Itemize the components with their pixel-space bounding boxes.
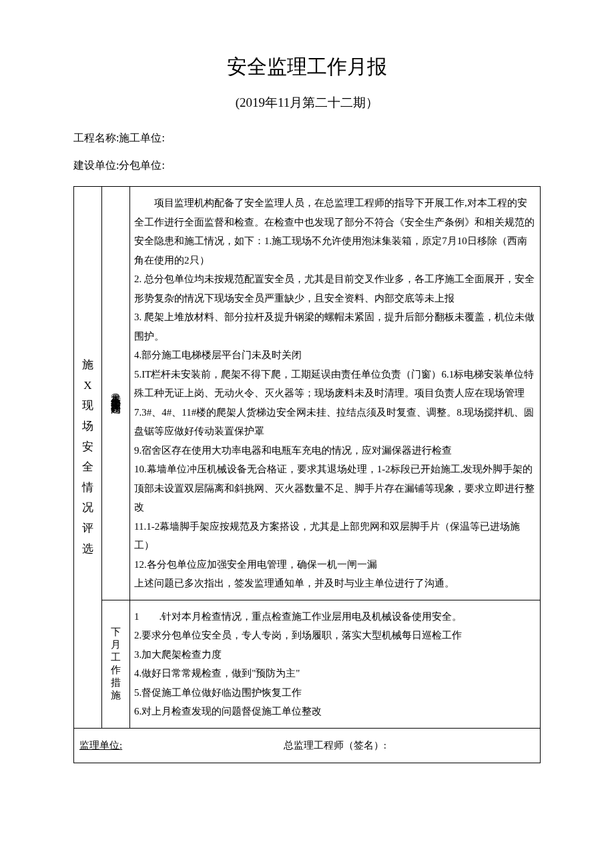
summary-item: 9.宿舍区存在使用大功率电器和电瓶车充电的情况，应对漏保器进行检查 [134,441,536,460]
summary-item: 11.1-2幕墙脚手架应按规范及方案搭设，尤其是上部兜网和双层脚手片（保温等已进… [134,517,536,555]
footer-right-cell: 总监理工程师（签名）: [130,728,541,763]
next-month-item: 1 .针对本月检查情况，重点检查施工作业层用电及机械设备使用安全。 [134,607,536,626]
summary-item: 12.各分包单位应加强安全用电管理，确保一机一闸一漏 [134,555,536,574]
summary-intro: 项目监理机构配备了安全监理人员，在总监理工程师的指导下开展工作,对本工程的安全工… [134,193,536,270]
chief-engineer-signature-label: 总监理工程师（签名）: [284,740,386,751]
next-month-item: 4.做好日常常规检查，做到"预防为主" [134,664,536,683]
summary-item: 2. 总分包单位均未按规范配置安全员，尤其是目前交叉作业多，各工序施工全面展开，… [134,270,536,308]
main-table: 施X现 场安 全情 况评 选 本月工作小结︵主要工作及存在问题︶ 项目监理机构配… [73,186,541,763]
summary-item: 5.IT栏杆未安装前，爬架不得下爬，工期延误由责任单位负责（门窗）6.1标电梯安… [134,365,536,403]
next-month-item: 2.要求分包单位安全员，专人专岗，到场履职，落实大型机械每日巡检工作 [134,626,536,645]
summary-item: 7.3#、4#、11#楼的爬架人货梯边安全网未挂、拉结点须及时复查、调整。8.现… [134,403,536,441]
summary-item: 10.幕墙单位冲压机械设备无合格证，要求其退场处理，1-2标段已开始施工,发现外… [134,460,536,517]
next-month-label: 下月 工作 措施 [111,626,121,701]
summary-label: 本月工作小结︵主要工作及存在问题︶ [109,386,123,398]
summary-item: 3. 爬架上堆放材料、部分拉杆及提升钢梁的螺帽未紧固，提升后部分翻板未覆盖，机位… [134,308,536,346]
footer-row: 监理单位: 总监理工程师（签名）: [74,728,541,763]
next-month-item: 6.对上月检查发现的问题督促施工单位整改 [134,702,536,721]
evaluation-label-cell: 施X现 场安 全情 况评 选 [74,187,102,729]
footer-left-cell: 监理单位: [74,728,130,763]
summary-label-cell: 本月工作小结︵主要工作及存在问题︶ [102,187,130,600]
supervisor-unit-label: 监理单位: [79,740,122,751]
meta-line-1: 工程名称:施工单位: [73,131,541,145]
next-month-content: 1 .针对本月检查情况，重点检查施工作业层用电及机械设备使用安全。 2.要求分包… [130,600,541,728]
document-title: 安全监理工作月报 [73,53,541,81]
evaluation-label: 施X现 场安 全情 况评 选 [82,358,93,554]
summary-row: 施X现 场安 全情 况评 选 本月工作小结︵主要工作及存在问题︶ 项目监理机构配… [74,187,541,600]
next-month-item: 5.督促施工单位做好临边围护恢复工作 [134,683,536,703]
summary-content: 项目监理机构配备了安全监理人员，在总监理工程师的指导下开展工作,对本工程的安全工… [130,187,541,600]
document-subtitle: (2019年11月第二十二期） [73,94,541,111]
summary-item: 上述问题已多次指出，签发监理通知单，并及时与业主单位进行了沟通。 [134,574,536,593]
next-month-row: 下月 工作 措施 1 .针对本月检查情况，重点检查施工作业层用电及机械设备使用安… [74,600,541,728]
meta-line-2: 建设单位:分包单位: [73,159,541,173]
summary-item: 4.部分施工电梯楼层平台门未及时关闭 [134,346,536,365]
next-month-item: 3.加大爬架检查力度 [134,645,536,665]
next-month-label-cell: 下月 工作 措施 [102,600,130,728]
